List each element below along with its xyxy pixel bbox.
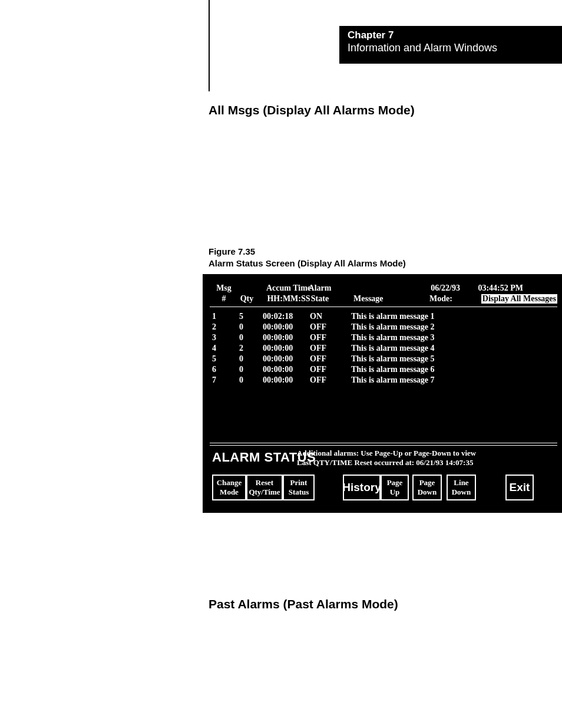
table-row: 2 0 00:00:00 OFF This is alarm message 2 (212, 322, 557, 333)
status-message-2: Last QTY/TIME Reset occurred at: 06/21/9… (297, 458, 473, 467)
alarm-status-terminal: Msg Accum Time Alarm 06/22/93 03:44:52 P… (203, 274, 562, 513)
divider-line (210, 443, 557, 443)
figure-number: Figure 7.35 (209, 246, 406, 258)
figure-caption: Figure 7.35 Alarm Status Screen (Display… (209, 246, 406, 269)
reset-qty-time-button[interactable]: Reset Qty/Time (246, 475, 283, 500)
header-date: 06/22/93 (431, 284, 460, 293)
page-down-button[interactable]: Page Down (412, 475, 442, 500)
change-mode-button[interactable]: Change Mode (212, 475, 246, 500)
header-time: 03:44:52 PM (478, 284, 523, 293)
table-row: 6 0 00:00:00 OFF This is alarm message 6 (212, 365, 557, 375)
page-up-button[interactable]: Page Up (381, 475, 409, 500)
table-row: 4 2 00:00:00 OFF This is alarm message 4 (212, 344, 557, 354)
table-row: 1 5 00:02:18 ON This is alarm message 1 (212, 312, 557, 322)
alarm-table-body: 1 5 00:02:18 ON This is alarm message 1 … (212, 312, 557, 386)
col-msg-l2: # (212, 294, 236, 304)
history-button[interactable]: History (343, 475, 381, 500)
divider-line (210, 445, 557, 446)
mode-label: Mode: (429, 294, 452, 304)
chapter-number: Chapter 7 (348, 29, 556, 41)
exit-button[interactable]: Exit (505, 475, 534, 500)
col-msg-l1: Msg (212, 284, 236, 293)
table-row: 3 0 00:00:00 OFF This is alarm message 3 (212, 333, 557, 344)
status-bar: ALARM STATUS Additional alarms: Use Page… (212, 449, 557, 471)
col-state-l1: Alarm (305, 284, 335, 293)
col-state-l2: State (305, 294, 335, 304)
table-row: 5 0 00:00:00 OFF This is alarm message 5 (212, 354, 557, 365)
chapter-header: Chapter 7 Information and Alarm Windows (339, 26, 562, 64)
figure-description: Alarm Status Screen (Display All Alarms … (209, 258, 406, 269)
divider-line (210, 307, 557, 307)
status-message-1: Additional alarms: Use Page-Up or Page-D… (297, 449, 476, 458)
mode-value: Display All Messages (481, 294, 557, 304)
line-down-button[interactable]: Line Down (447, 475, 476, 500)
table-row: 7 0 00:00:00 OFF This is alarm message 7 (212, 375, 557, 386)
print-status-button[interactable]: Print Status (283, 475, 315, 500)
chapter-subtitle: Information and Alarm Windows (348, 41, 556, 55)
section-title-past-alarms: Past Alarms (Past Alarms Mode) (209, 597, 398, 611)
col-message: Message (353, 294, 384, 304)
col-qty: Qty (238, 294, 256, 304)
button-bar: Change Mode Reset Qty/Time Print Status … (212, 475, 557, 504)
section-title-all-msgs: All Msgs (Display All Alarms Mode) (209, 103, 415, 117)
vertical-rule (209, 0, 210, 91)
